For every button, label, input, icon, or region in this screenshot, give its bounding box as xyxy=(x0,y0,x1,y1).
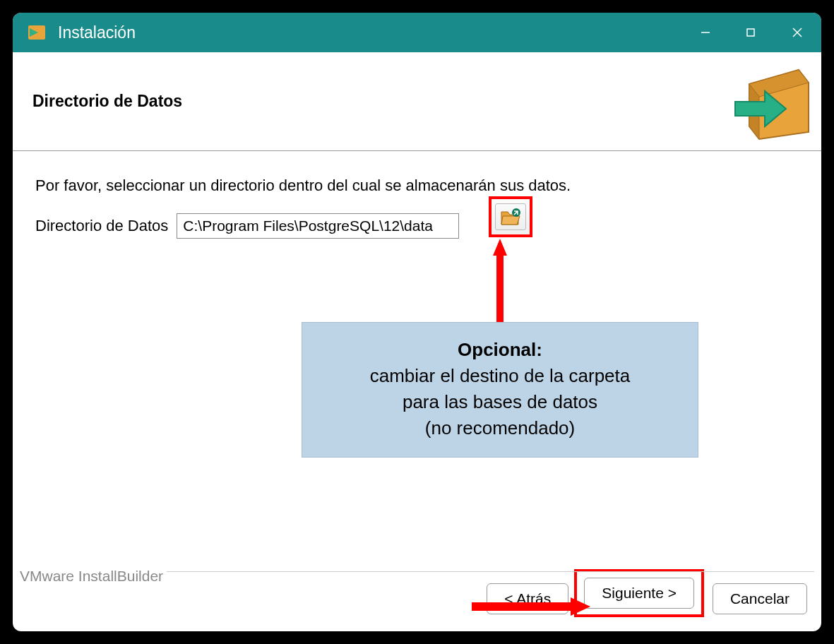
callout-title: Opcional: xyxy=(458,339,542,360)
window-title: Instalación xyxy=(58,23,136,42)
page-header: Directorio de Datos xyxy=(13,52,821,151)
page-title: Directorio de Datos xyxy=(32,92,182,111)
svg-marker-7 xyxy=(493,239,507,256)
annotation-arrow-up-icon xyxy=(493,239,507,323)
svg-rect-2 xyxy=(747,29,754,36)
data-directory-input[interactable] xyxy=(177,213,459,239)
next-button-highlight: Siguiente > xyxy=(574,569,704,617)
instruction-text: Por favor, seleccionar un directorio den… xyxy=(35,177,799,195)
app-icon xyxy=(25,21,48,44)
cancel-button[interactable]: Cancelar xyxy=(713,583,807,614)
svg-marker-9 xyxy=(571,597,590,616)
annotation-callout: Opcional: cambiar el destino de la carpe… xyxy=(302,322,698,458)
callout-line2: para las bases de datos xyxy=(403,391,597,412)
footer-divider xyxy=(167,571,814,572)
annotation-arrow-right-icon xyxy=(470,596,590,617)
callout-line1: cambiar el destino de la carpeta xyxy=(370,365,631,386)
maximize-button[interactable] xyxy=(728,13,773,52)
installer-window: Instalación Directorio de Datos Por favo… xyxy=(13,13,821,631)
data-directory-row: Directorio de Datos xyxy=(35,213,799,239)
footer: VMware InstallBuilder < Atrás Siguiente … xyxy=(13,564,821,631)
browse-button[interactable] xyxy=(489,196,532,237)
data-directory-label: Directorio de Datos xyxy=(35,217,168,235)
installer-logo-icon xyxy=(721,63,813,141)
callout-line3: (no recomendado) xyxy=(425,417,575,439)
content-area: Por favor, seleccionar un directorio den… xyxy=(13,151,821,564)
folder-browse-icon xyxy=(500,208,521,226)
builder-label: VMware InstallBuilder xyxy=(20,568,163,585)
minimize-button[interactable] xyxy=(683,13,728,52)
close-button[interactable] xyxy=(773,13,821,52)
titlebar: Instalación xyxy=(13,13,821,52)
next-button[interactable]: Siguiente > xyxy=(584,578,694,609)
